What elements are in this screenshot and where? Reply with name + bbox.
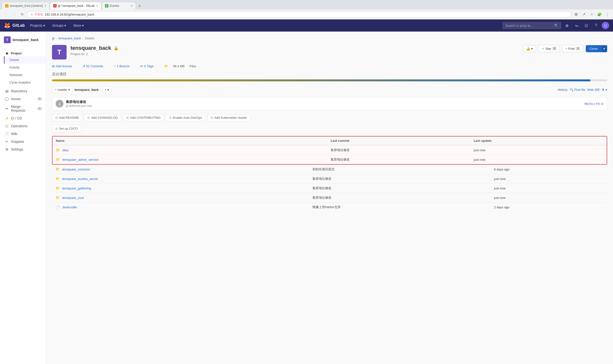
commits-link[interactable]: ↺ 52 Commits — [83, 64, 103, 68]
translate-button[interactable]: ⊞ — [573, 11, 579, 18]
file-name-eureka[interactable]: 📁 tensquare_eureka_server — [52, 174, 309, 183]
tab2-title: gl / tensquare_back · GitLab — [58, 4, 94, 8]
update-time-common: 6 days ago — [491, 165, 607, 174]
find-file-link[interactable]: 🔍 Find file — [570, 88, 586, 91]
extensions-button[interactable]: 🧩 — [596, 11, 603, 18]
repo-path-slash: / — [100, 88, 101, 91]
sidebar-section-project-header: ◈ Project — [0, 49, 46, 56]
settings-icon: ⚙ — [5, 147, 9, 151]
star-button[interactable]: ☆ Star 0 — [538, 45, 560, 52]
project-lock-icon: 🔒 — [114, 46, 119, 51]
project-title-row: tensquare_back 🔒 — [70, 45, 519, 51]
new-tab-button[interactable]: + — [136, 3, 143, 10]
nav-groups-arrow: ▾ — [64, 24, 66, 27]
browser-tab-2[interactable]: G gl / tensquare_back · GitLab ✕ — [50, 2, 101, 10]
task-icon-btn[interactable]: ☑ — [582, 22, 590, 29]
gitlab-logo[interactable]: 🦊 GitLab — [4, 22, 25, 29]
history-link[interactable]: History — [558, 88, 567, 91]
sidebar-releases-label: Releases — [10, 73, 23, 77]
browser-tab-3[interactable]: E Eureka ✕ — [102, 2, 136, 10]
sidebar-item-settings[interactable]: ⚙ Settings — [0, 145, 46, 153]
notifications-button[interactable]: 🔔 ▾ — [523, 45, 536, 52]
sidebar-section-project: ◈ Project Details Activity Releases Cycl… — [0, 48, 46, 87]
breadcrumb-gl[interactable]: gl — [52, 36, 54, 40]
sidebar-sub-project: Details Activity Releases Cycle Analytic… — [0, 56, 46, 86]
file-name-common[interactable]: 📁 tensquare_common — [52, 165, 309, 174]
sidebar-item-cycle-analytics[interactable]: Cycle Analytics — [4, 79, 46, 86]
add-changelog-button[interactable]: ⊞ Add CHANGELOG — [84, 114, 121, 121]
add-license-link[interactable]: ⊞ Add license — [52, 64, 72, 68]
project-actions: 🔔 ▾ ☆ Star 0 ⑂ Fork 0 Clone ▾ — [523, 45, 607, 52]
project-section-icon: ◈ — [5, 51, 9, 55]
add-contributing-button[interactable]: ⊞ Add CONTRIBUTING — [123, 114, 164, 121]
share-button[interactable]: ↗ — [580, 11, 587, 18]
add-readme-button[interactable]: ⊞ Add README — [52, 114, 82, 121]
wiki-icon: 📄 — [5, 132, 9, 136]
nav-more[interactable]: More ▾ — [70, 22, 87, 29]
bookmark-button[interactable]: ☆ — [588, 11, 595, 18]
sidebar-operations-label: Operations — [11, 124, 27, 128]
sidebar-repository-label: Repository — [11, 89, 27, 93]
download-arrow: ▾ — [605, 88, 607, 91]
language-progress-bar — [52, 79, 607, 81]
enable-devops-button[interactable]: ⊞ Enable Auto DevOps — [166, 114, 205, 121]
sidebar-item-issues[interactable]: ◯ Issues 0 — [0, 95, 46, 103]
sidebar-item-repository[interactable]: ▤ Repository — [0, 87, 46, 95]
search-input[interactable] — [505, 24, 554, 27]
tags-link[interactable]: 🏷 0 Tags — [140, 64, 154, 68]
clone-button[interactable]: Clone — [586, 45, 601, 52]
file-name-zuul[interactable]: 📁 tensquare_zuul — [52, 193, 309, 203]
folder-icon: 📁 — [56, 186, 60, 190]
tab1-close[interactable]: ✕ — [44, 4, 46, 8]
nav-more-label: More — [73, 24, 81, 27]
browser-tab-1[interactable]: J tensquare_front [Jenkins] ✕ — [2, 2, 50, 10]
sidebar-item-operations[interactable]: ⬡ Operations — [0, 122, 46, 130]
sidebar-item-wiki[interactable]: 📄 Wiki — [0, 130, 46, 138]
forward-button[interactable]: → — [11, 11, 17, 18]
project-id-row: Project ID: 2 — [70, 52, 519, 56]
clone-dropdown-button[interactable]: ▾ — [601, 45, 607, 52]
breadcrumb-project[interactable]: tensquare_back — [58, 36, 81, 40]
download-link[interactable]: ⬇ ▾ — [602, 88, 607, 91]
commit-text-idea: 集群地址修改 — [327, 145, 470, 155]
update-time-zuul: just now — [491, 193, 607, 203]
sidebar-item-ci-cd[interactable]: ⚡ CI / CD — [0, 114, 46, 122]
search-box[interactable]: 🔍 — [503, 22, 561, 29]
sidebar-item-details[interactable]: Details — [4, 56, 46, 64]
file-name-admin[interactable]: 📁 tensquare_admin_service — [53, 155, 327, 164]
nav-projects[interactable]: Projects ▾ — [27, 22, 49, 29]
tab3-close[interactable]: ✕ — [131, 4, 133, 8]
plus-icon-btn[interactable]: ⊕ — [563, 22, 571, 29]
branch-label: Branch — [119, 64, 129, 68]
tab2-close[interactable]: ✕ — [96, 4, 98, 8]
file-name-jenkinsfile[interactable]: 📄 Jenkinsfile — [52, 203, 309, 212]
breadcrumb-sep2: › — [82, 36, 83, 40]
branch-selector[interactable]: ⑂ master ▾ — [52, 86, 73, 93]
repo-add-button[interactable]: + ▾ — [102, 86, 111, 93]
sidebar-item-snippets[interactable]: ✂ Snippets — [0, 138, 46, 145]
reload-button[interactable]: ↻ — [19, 11, 26, 18]
branches-link[interactable]: ⑂ 1 Branch — [114, 64, 129, 68]
branch-count: 1 — [117, 64, 118, 68]
sidebar-item-activity[interactable]: Activity — [4, 64, 46, 71]
fork-button[interactable]: ⑂ Fork 0 — [562, 45, 583, 52]
tags-label: Tags — [147, 64, 154, 68]
sidebar-project-avatar: T — [4, 36, 11, 43]
setup-cicd-button[interactable]: ⊞ Set up CI/CD — [52, 125, 81, 132]
help-icon-btn[interactable]: ? — [592, 22, 600, 29]
web-ide-link[interactable]: Web IDE — [587, 88, 600, 91]
nav-groups[interactable]: Groups ▾ — [49, 22, 69, 29]
sidebar-item-merge-requests[interactable]: ⇋ Merge Requests 0 — [0, 103, 46, 114]
file-name-idea[interactable]: 📁 idea — [53, 145, 327, 155]
project-header: T tensquare_back 🔒 Project ID: 2 🔔 ▾ ☆ — [52, 45, 607, 60]
merge-icon-btn[interactable]: ⇋ — [573, 22, 580, 29]
browser-menu-button[interactable]: ⋮ — [604, 11, 611, 18]
add-k8s-button[interactable]: ⊞ Add Kubernetes cluster — [207, 114, 250, 121]
copy-hash-button[interactable]: ⧉ — [601, 102, 603, 106]
user-avatar[interactable]: U — [602, 22, 609, 29]
address-bar[interactable]: ⚠ 不安全 192.168.8.18:82/gl/tensquare_back — [27, 11, 571, 18]
back-button[interactable]: ← — [2, 11, 9, 18]
sidebar-item-releases[interactable]: Releases — [4, 71, 46, 79]
file-name-gathering[interactable]: 📁 tensquare_gathering — [52, 183, 309, 193]
sidebar-wiki-label: Wiki — [11, 132, 17, 136]
